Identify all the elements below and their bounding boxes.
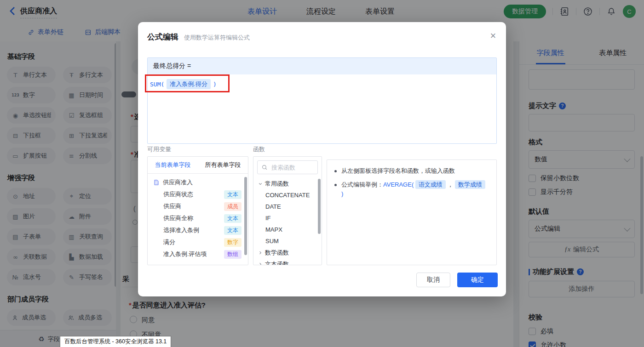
function-item[interactable]: MAPX (253, 224, 322, 235)
functions-scrollbar-thumb[interactable] (318, 179, 321, 234)
chevron-right-icon (258, 250, 263, 255)
function-group-math[interactable]: 数学函数 (253, 247, 322, 258)
bullet-icon (334, 184, 337, 186)
browser-status-tooltip: 百数后台管理系统 - 360安全浏览器 13.1 (60, 336, 171, 347)
functions-label: 函数 (253, 145, 265, 154)
cancel-button[interactable]: 取消 (416, 273, 450, 287)
tree-root-form[interactable]: 供应商准入 (148, 176, 248, 188)
function-search (257, 160, 318, 174)
search-icon (261, 164, 268, 171)
variable-row[interactable]: 供应商成员 (148, 200, 248, 212)
function-item[interactable]: CONCATENATE (253, 189, 322, 201)
annotation-highlight-box (145, 74, 230, 92)
variables-label: 可用变量 (147, 145, 171, 154)
chevron-right-icon (258, 262, 263, 266)
variables-tree: 供应商准入 供应商状态文本 供应商成员 供应商全称文本 选择准入条例文本 满分数… (148, 174, 248, 260)
variable-row[interactable]: 供应商全称文本 (148, 212, 248, 224)
example-field-tag: 语文成绩 (415, 180, 446, 189)
function-group-common[interactable]: 常用函数 (253, 178, 322, 189)
variable-row[interactable]: 选择准入条例文本 (148, 224, 248, 236)
tab-all-form-fields[interactable]: 所有表单字段 (198, 157, 248, 173)
hint-line-2: 公式编辑举例：AVERAGE( 语文成绩 ， 数学成绩 ) (334, 180, 489, 199)
variable-row[interactable]: 供应商状态文本 (148, 188, 248, 200)
type-badge: 文本 (224, 214, 242, 223)
example-field-tag: 数学成绩 (455, 180, 485, 189)
close-icon[interactable]: × (486, 28, 500, 43)
formula-result-bar: 最终总得分 = (148, 58, 496, 74)
formula-editor-modal: 公式编辑 使用数学运算符编辑公式 × 最终总得分 = SUM( 准入条例.得分 … (138, 22, 506, 296)
modal-title: 公式编辑 (147, 32, 178, 42)
modal-subtitle: 使用数学运算符编辑公式 (184, 34, 250, 42)
confirm-button[interactable]: 确定 (457, 273, 498, 287)
bullet-icon (334, 170, 337, 172)
function-item[interactable]: SUM (253, 235, 322, 247)
variables-scrollbar-thumb[interactable] (244, 177, 247, 255)
type-badge: 文本 (224, 226, 242, 235)
hint-panel: 从左侧面板选择字段名和函数，或输入函数 公式编辑举例：AVERAGE( 语文成绩… (327, 159, 497, 265)
tab-current-form-fields[interactable]: 当前表单字段 (148, 157, 198, 173)
formula-box: 最终总得分 = (147, 57, 497, 144)
document-icon (153, 179, 160, 186)
app-screen: 供应商准入 表单设计 流程设定 表单设置 数据管理 C (0, 0, 644, 347)
function-search-input[interactable] (270, 164, 314, 171)
chevron-down-icon (258, 182, 263, 186)
variables-tabs: 当前表单字段 所有表单字段 (148, 157, 248, 174)
function-item[interactable]: IF (253, 212, 322, 224)
hint-line-1: 从左侧面板选择字段名和函数，或输入函数 (334, 166, 489, 176)
function-group-text[interactable]: 文本函数 (253, 258, 322, 265)
type-badge: 文本 (224, 190, 242, 199)
functions-panel: 常用函数 CONCATENATE DATE IF MAPX SUM 数学函数 文… (253, 156, 322, 265)
type-badge: 数组 (224, 250, 242, 259)
variables-panel: 当前表单字段 所有表单字段 供应商准入 供应商状态文本 供应商成员 供应商全称文… (147, 156, 248, 265)
variable-row[interactable]: 满分数字 (148, 236, 248, 248)
type-badge: 成员 (224, 202, 242, 211)
function-item[interactable]: DATE (253, 201, 322, 212)
type-badge: 数字 (224, 238, 242, 247)
variable-row[interactable]: 准入条例.评估项数组 (148, 248, 248, 260)
